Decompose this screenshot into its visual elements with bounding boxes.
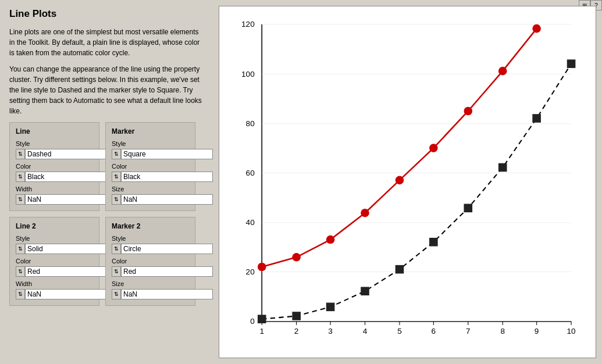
description-2: You can change the appearance of the lin… — [9, 64, 206, 116]
svg-text:2: 2 — [294, 327, 299, 336]
line1-width-input[interactable] — [25, 194, 117, 205]
marker-circ-3 — [326, 235, 335, 244]
left-panel: Line Plots Line plots are one of the sim… — [0, 0, 215, 364]
description-1: Line plots are one of the simplest but m… — [9, 27, 206, 58]
marker1-color-input[interactable] — [121, 172, 213, 182]
marker-sq-7 — [464, 204, 472, 213]
line1-style-label: Style — [16, 140, 93, 147]
marker2-color-spinner[interactable]: ⇅ — [112, 266, 121, 277]
marker1-color-row: ⇅ — [112, 172, 189, 182]
marker-circ-9 — [532, 24, 541, 33]
line1-color-spinner[interactable]: ⇅ — [16, 172, 25, 182]
svg-text:40: 40 — [246, 218, 255, 227]
marker1-group: Marker Style ⇅ Color ⇅ Size ⇅ — [105, 122, 195, 211]
line2-style-spinner[interactable]: ⇅ — [16, 244, 25, 254]
marker2-size-row: ⇅ — [112, 289, 189, 299]
marker2-group: Marker 2 Style ⇅ Color ⇅ Size ⇅ — [105, 217, 195, 306]
line2-style-label: Style — [16, 235, 93, 242]
svg-text:3: 3 — [328, 327, 333, 336]
marker2-size-spinner[interactable]: ⇅ — [112, 289, 121, 299]
line2-color-spinner[interactable]: ⇅ — [16, 266, 25, 277]
marker-circ-5 — [396, 176, 404, 185]
marker2-style-input[interactable] — [121, 244, 213, 254]
line2-width-row: ⇅ — [16, 289, 93, 299]
line1-style-input[interactable] — [25, 149, 117, 159]
marker1-size-row: ⇅ — [112, 194, 189, 205]
line2-color-input[interactable] — [25, 266, 117, 277]
marker1-style-row: ⇅ — [112, 149, 189, 159]
svg-text:6: 6 — [432, 327, 436, 336]
line1-color-row: ⇅ — [16, 172, 93, 182]
marker2-style-row: ⇅ — [112, 244, 189, 254]
marker-circ-8 — [498, 67, 507, 76]
marker2-style-spinner[interactable]: ⇅ — [112, 244, 121, 254]
marker1-color-label: Color — [112, 163, 189, 170]
line2-color-row: ⇅ — [16, 266, 93, 277]
marker-sq-9 — [532, 114, 541, 123]
marker-sq-5 — [396, 265, 404, 274]
line1-width-spinner[interactable]: ⇅ — [16, 194, 25, 205]
line2-style-input[interactable] — [25, 244, 117, 254]
marker-sq-3 — [326, 303, 335, 312]
marker2-size-label: Size — [112, 280, 189, 287]
marker2-style-label: Style — [112, 235, 189, 242]
marker-circ-1 — [258, 263, 266, 272]
marker1-size-input[interactable] — [121, 194, 213, 205]
marker-circ-7 — [464, 107, 472, 116]
svg-text:0: 0 — [250, 317, 255, 326]
page-title: Line Plots — [9, 8, 206, 20]
controls-row-1: Line Style ⇅ Color ⇅ Width ⇅ — [9, 122, 206, 211]
controls-row-2: Line 2 Style ⇅ Color ⇅ Width ⇅ — [9, 217, 206, 306]
line1-color-input[interactable] — [25, 172, 117, 182]
line1-title: Line — [16, 127, 93, 135]
line1-width-row: ⇅ — [16, 194, 93, 205]
marker-sq-10 — [567, 59, 576, 68]
marker1-style-label: Style — [112, 140, 189, 147]
marker2-color-row: ⇅ — [112, 266, 189, 277]
svg-text:80: 80 — [246, 119, 255, 128]
line1-color-label: Color — [16, 163, 93, 170]
svg-text:9: 9 — [535, 327, 539, 336]
marker-sq-1 — [258, 315, 266, 323]
line1-style-spinner[interactable]: ⇅ — [16, 149, 25, 159]
right-panel: 0 20 40 60 80 100 120 1 2 3 4 5 6 7 8 9 — [215, 0, 602, 364]
marker2-color-label: Color — [112, 258, 189, 265]
marker2-color-input[interactable] — [121, 266, 213, 277]
marker1-size-label: Size — [112, 185, 189, 192]
marker1-style-input[interactable] — [121, 149, 213, 159]
svg-text:120: 120 — [241, 20, 255, 28]
marker-circ-6 — [429, 144, 438, 152]
line2-width-spinner[interactable]: ⇅ — [16, 289, 25, 299]
line2-width-label: Width — [16, 280, 93, 287]
svg-text:4: 4 — [363, 327, 368, 336]
line1-style-row: ⇅ — [16, 149, 93, 159]
marker-sq-8 — [498, 163, 507, 172]
marker-sq-6 — [429, 238, 438, 247]
line-plot-chart: 0 20 40 60 80 100 120 1 2 3 4 5 6 7 8 9 — [225, 12, 590, 352]
marker1-size-spinner[interactable]: ⇅ — [112, 194, 121, 205]
marker-circ-2 — [292, 253, 301, 262]
svg-text:7: 7 — [466, 327, 471, 336]
svg-text:100: 100 — [241, 70, 255, 78]
line1-group: Line Style ⇅ Color ⇅ Width ⇅ — [9, 122, 99, 211]
marker2-size-input[interactable] — [121, 289, 213, 299]
svg-text:10: 10 — [567, 327, 576, 336]
line2-style-row: ⇅ — [16, 244, 93, 254]
svg-text:1: 1 — [259, 327, 264, 336]
chart-container: 0 20 40 60 80 100 120 1 2 3 4 5 6 7 8 9 — [219, 6, 596, 358]
svg-text:60: 60 — [246, 169, 255, 177]
marker-circ-4 — [361, 209, 369, 217]
line2-color-label: Color — [16, 258, 93, 265]
marker-sq-2 — [292, 312, 301, 320]
svg-text:5: 5 — [397, 327, 402, 336]
svg-text:20: 20 — [246, 267, 255, 276]
line2-width-input[interactable] — [25, 289, 117, 299]
svg-text:8: 8 — [500, 327, 505, 336]
controls-area: Line Style ⇅ Color ⇅ Width ⇅ — [9, 122, 206, 306]
marker1-color-spinner[interactable]: ⇅ — [112, 172, 121, 182]
line2-group: Line 2 Style ⇅ Color ⇅ Width ⇅ — [9, 217, 99, 306]
marker1-style-spinner[interactable]: ⇅ — [112, 149, 121, 159]
marker1-title: Marker — [112, 127, 189, 135]
marker2-title: Marker 2 — [112, 222, 189, 230]
marker-sq-4 — [361, 287, 369, 295]
